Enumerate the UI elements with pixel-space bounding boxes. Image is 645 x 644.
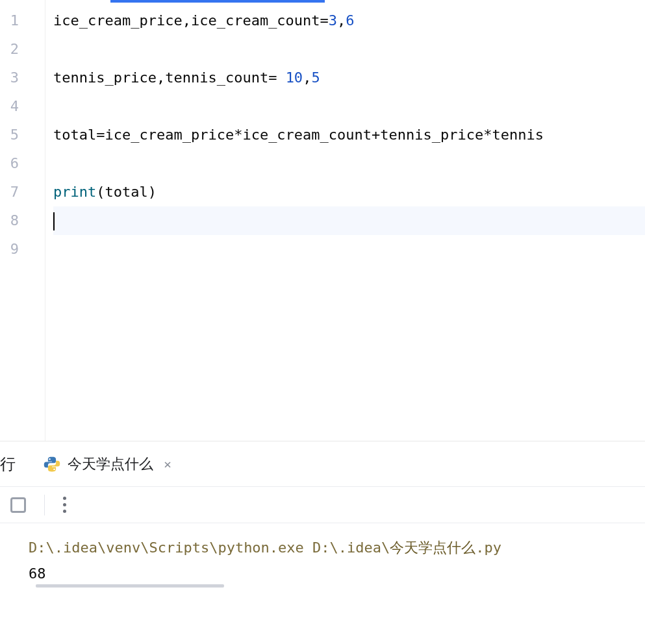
console-output[interactable]: D:\.idea\venv\Scripts\python.exe D:\.ide… bbox=[0, 523, 645, 587]
line-number: 8 bbox=[0, 206, 45, 235]
code-area[interactable]: ice_cream_price,ice_cream_count=3,6tenni… bbox=[45, 0, 645, 441]
caret bbox=[53, 212, 55, 230]
code-line[interactable]: print(total) bbox=[53, 178, 645, 206]
console-command-line: D:\.idea\venv\Scripts\python.exe D:\.ide… bbox=[29, 535, 645, 561]
code-line[interactable]: total=ice_cream_price*ice_cream_count+te… bbox=[53, 121, 645, 149]
line-number: 5 bbox=[0, 121, 45, 149]
code-line[interactable] bbox=[53, 149, 645, 178]
line-number: 7 bbox=[0, 178, 45, 206]
line-number-gutter: 123456789 bbox=[0, 0, 45, 441]
run-tab-bar: 行 今天学点什么 × bbox=[0, 441, 645, 487]
toolbar-divider bbox=[44, 495, 45, 515]
more-icon[interactable] bbox=[63, 497, 66, 513]
line-number: 4 bbox=[0, 92, 45, 121]
console-output-line: 68 bbox=[29, 561, 645, 587]
run-tab-underline bbox=[36, 584, 224, 588]
svg-point-1 bbox=[53, 468, 55, 469]
code-line[interactable] bbox=[53, 92, 645, 121]
code-line[interactable] bbox=[53, 235, 645, 264]
line-number: 6 bbox=[0, 149, 45, 178]
svg-point-0 bbox=[49, 458, 50, 459]
line-number: 3 bbox=[0, 64, 45, 92]
code-line[interactable] bbox=[53, 35, 645, 64]
line-number: 1 bbox=[0, 6, 45, 35]
python-icon bbox=[43, 455, 61, 473]
code-line[interactable]: tennis_price,tennis_count= 10,5 bbox=[53, 64, 645, 92]
close-icon[interactable]: × bbox=[160, 456, 171, 472]
line-number: 9 bbox=[0, 235, 45, 264]
run-panel-label: 行 bbox=[0, 454, 29, 475]
code-editor[interactable]: 123456789 ice_cream_price,ice_cream_coun… bbox=[0, 0, 645, 441]
run-tool-window: 行 今天学点什么 × D:\.idea\venv\Scripts\python.… bbox=[0, 441, 645, 587]
code-line[interactable]: ice_cream_price,ice_cream_count=3,6 bbox=[53, 6, 645, 35]
code-line[interactable] bbox=[53, 206, 645, 235]
run-toolbar bbox=[0, 487, 645, 523]
line-number: 2 bbox=[0, 35, 45, 64]
stop-button[interactable] bbox=[10, 497, 26, 513]
run-tab-label: 今天学点什么 bbox=[68, 454, 153, 474]
run-tab[interactable]: 今天学点什么 × bbox=[34, 441, 181, 487]
